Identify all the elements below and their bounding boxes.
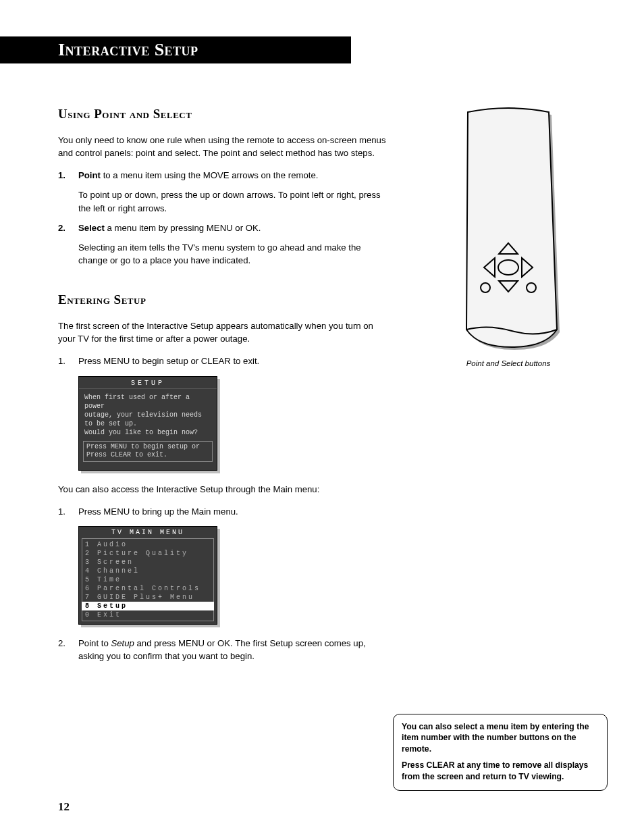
step-text: Press MENU to bring up the Main menu. — [78, 505, 390, 518]
osd-setup-screenshot: SETUP When first used or after a power o… — [78, 376, 217, 471]
step-detail: To point up or down, press the up or dow… — [78, 188, 390, 214]
osd-menu-item: 5Time — [82, 575, 213, 584]
intro-point-select: You only need to know one rule when usin… — [58, 134, 390, 159]
osd-menu-item: 3Screen — [82, 558, 213, 567]
main-column: Using Point and Select You only need to … — [58, 107, 390, 669]
step-lead: Point — [78, 170, 101, 180]
osd-menu-item: 0Exit — [82, 610, 213, 619]
after-setup-osd: You can also access the Interactive Setu… — [58, 483, 390, 496]
remote-illustration — [448, 107, 569, 350]
osd-menu-item: 8Setup — [82, 602, 214, 610]
heading-point-select: Using Point and Select — [58, 107, 390, 122]
osd-main-title: TV MAIN MENU — [79, 527, 217, 538]
tip-text-2: Press CLEAR at any time to remove all di… — [402, 760, 599, 782]
step-text-pre: Point to — [78, 638, 111, 648]
remote-caption: Point and Select buttons — [448, 359, 569, 367]
page-title: Interactive Setup — [58, 40, 198, 60]
step-em: Setup — [111, 638, 134, 648]
osd-menu-item: 7GUIDE Plus+ Menu — [82, 593, 213, 602]
side-column: Point and Select buttons — [409, 107, 608, 669]
tip-text-1: You can also select a menu item by enter… — [402, 721, 599, 754]
step-number: 2. — [58, 221, 65, 234]
step-number: 2. — [58, 637, 65, 650]
osd-setup-hint: Press MENU to begin setup or Press CLEAR… — [83, 441, 213, 462]
osd-menu-item: 1Audio — [82, 540, 213, 549]
osd-menu-item: 4Channel — [82, 567, 213, 575]
step-detail: Selecting an item tells the TV's menu sy… — [78, 241, 390, 267]
osd-setup-title: SETUP — [79, 377, 217, 389]
point-select-steps: 1. Point to a menu item using the MOVE a… — [58, 169, 390, 267]
step-text: a menu item by pressing MENU or OK. — [105, 223, 261, 233]
step-number: 1. — [58, 505, 65, 518]
step-text: to a menu item using the MOVE arrows on … — [101, 170, 319, 180]
page-title-bar: Interactive Setup — [0, 36, 351, 63]
step-text: Press MENU to begin setup or CLEAR to ex… — [78, 355, 390, 367]
osd-menu-item: 2Picture Quality — [82, 549, 213, 558]
osd-main-menu-screenshot: TV MAIN MENU 1Audio2Picture Quality3Scre… — [78, 526, 217, 625]
osd-menu-item: 6Parental Controls — [82, 584, 213, 593]
osd-setup-body: When first used or after a power outage,… — [79, 389, 217, 441]
page-number: 12 — [58, 800, 70, 814]
heading-entering: Entering Setup — [58, 292, 390, 307]
step-number: 1. — [58, 169, 65, 182]
step-lead: Select — [78, 223, 105, 233]
tip-box: You can also select a menu item by enter… — [393, 714, 608, 791]
step-number: 1. — [58, 355, 65, 367]
intro-entering: The first screen of the Interactive Setu… — [58, 319, 390, 345]
